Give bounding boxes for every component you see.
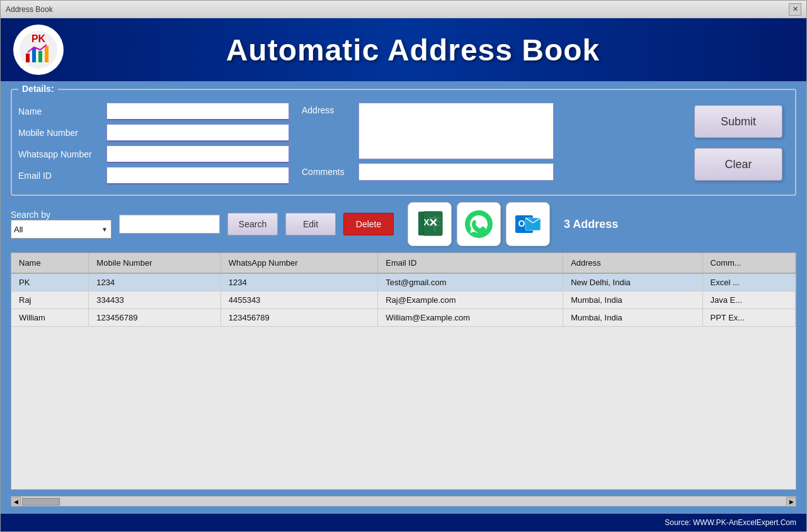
window-title: Address Book — [6, 5, 53, 14]
svg-text:PK: PK — [31, 33, 46, 44]
data-table-container[interactable]: Name Mobile Number WhatsApp Number Email… — [11, 252, 796, 490]
submit-button[interactable]: Submit — [694, 105, 782, 138]
app-title: Automatic Address Book — [83, 33, 743, 67]
comments-input[interactable] — [358, 163, 554, 181]
svg-rect-2 — [26, 54, 30, 62]
excel-button[interactable]: X ✕ — [408, 202, 452, 246]
details-panel: Details: Name Mobile Number Whatsapp Num… — [11, 89, 796, 196]
whatsapp-row: Whatsapp Number — [18, 145, 289, 163]
table-row[interactable]: PK12341234Test@gmail.comNew Delhi, India… — [11, 273, 796, 291]
footer-text: Source: WWW.PK-AnExcelExpert.Com — [665, 518, 796, 527]
table-header: Name Mobile Number WhatsApp Number Email… — [11, 253, 796, 273]
address-count: 3 Address — [564, 218, 618, 231]
table-cell: PPT Ex... — [702, 309, 795, 327]
table-cell: PK — [11, 273, 89, 291]
whatsapp-label: Whatsapp Number — [18, 149, 100, 159]
table-cell: 123456789 — [89, 309, 220, 327]
edit-button[interactable]: Edit — [285, 213, 336, 235]
action-buttons: Submit Clear — [694, 105, 782, 184]
data-table: Name Mobile Number WhatsApp Number Email… — [11, 253, 796, 327]
close-button[interactable]: ✕ — [789, 3, 801, 16]
address-label: Address — [302, 103, 352, 115]
outlook-icon: O — [513, 209, 543, 239]
delete-button[interactable]: Delete — [343, 213, 394, 235]
comments-label: Comments — [302, 167, 352, 177]
address-row: Address — [302, 103, 669, 159]
outlook-button[interactable]: O — [506, 202, 550, 246]
search-text-input[interactable] — [119, 215, 220, 234]
horizontal-scrollbar[interactable]: ◀ ▶ — [11, 496, 796, 506]
search-by-section: Search by All Name Mobile Number WhatsAp… — [11, 210, 112, 239]
clear-button[interactable]: Clear — [694, 148, 782, 181]
footer-bar: Source: WWW.PK-AnExcelExpert.Com — [1, 514, 806, 531]
table-row[interactable]: William123456789123456789William@Example… — [11, 309, 796, 327]
col-email: Email ID — [378, 253, 563, 273]
excel-icon: X ✕ — [415, 209, 445, 239]
col-comments: Comm... — [702, 253, 795, 273]
comments-row: Comments — [302, 163, 669, 181]
logo-svg: PK — [18, 30, 59, 70]
details-legend: Details: — [18, 84, 58, 94]
search-dropdown[interactable]: All Name Mobile Number WhatsApp Number E… — [11, 220, 112, 239]
col-whatsapp: WhatsApp Number — [220, 253, 377, 273]
right-fields: Address Comments — [302, 103, 669, 184]
svg-rect-5 — [45, 46, 49, 62]
table-cell: Excel ... — [702, 273, 795, 291]
email-row: Email ID — [18, 167, 289, 184]
col-name: Name — [11, 253, 89, 273]
svg-text:✕: ✕ — [428, 217, 438, 229]
search-select-wrapper: All Name Mobile Number WhatsApp Number E… — [11, 220, 112, 239]
mobile-label: Mobile Number — [18, 128, 100, 138]
table-row[interactable]: Raj3344334455343Raj@Example.comMumbai, I… — [11, 291, 796, 309]
scrollbar-thumb[interactable] — [22, 498, 60, 506]
table-cell: William — [11, 309, 89, 327]
table-cell: Mumbai, India — [563, 291, 702, 309]
name-input[interactable] — [106, 103, 289, 120]
col-address: Address — [563, 253, 702, 273]
mobile-input[interactable] — [106, 124, 289, 142]
table-cell: 4455343 — [220, 291, 377, 309]
svg-rect-3 — [32, 48, 36, 62]
title-bar: Address Book ✕ — [1, 1, 806, 18]
table-cell: New Delhi, India — [563, 273, 702, 291]
table-cell: 123456789 — [220, 309, 377, 327]
col-mobile: Mobile Number — [89, 253, 220, 273]
svg-text:O: O — [518, 218, 525, 229]
table-cell: Mumbai, India — [563, 309, 702, 327]
table-cell: 1234 — [220, 273, 377, 291]
table-body: PK12341234Test@gmail.comNew Delhi, India… — [11, 273, 796, 327]
table-cell: 1234 — [89, 273, 220, 291]
table-cell: William@Example.com — [378, 309, 563, 327]
main-window: Address Book ✕ PK Automatic Address Book… — [0, 0, 807, 532]
whatsapp-icon — [464, 209, 494, 239]
search-by-label: Search by — [11, 210, 50, 220]
details-body: Name Mobile Number Whatsapp Number Email… — [18, 103, 782, 184]
left-fields: Name Mobile Number Whatsapp Number Email… — [18, 103, 289, 184]
address-input[interactable] — [358, 103, 554, 159]
icon-buttons: X ✕ — [408, 202, 550, 246]
search-section: Search by All Name Mobile Number WhatsAp… — [11, 202, 796, 246]
email-label: Email ID — [18, 171, 100, 181]
table-cell: Test@gmail.com — [378, 273, 563, 291]
scroll-left-arrow[interactable]: ◀ — [11, 497, 21, 507]
svg-rect-4 — [38, 51, 42, 62]
whatsapp-input[interactable] — [106, 145, 289, 163]
table-cell: Java E... — [702, 291, 795, 309]
table-cell: 334433 — [89, 291, 220, 309]
header-banner: PK Automatic Address Book — [1, 18, 806, 81]
scroll-right-arrow[interactable]: ▶ — [786, 497, 796, 507]
main-content: Details: Name Mobile Number Whatsapp Num… — [1, 81, 806, 514]
table-cell: Raj@Example.com — [378, 291, 563, 309]
search-button[interactable]: Search — [227, 213, 278, 235]
table-cell: Raj — [11, 291, 89, 309]
name-label: Name — [18, 106, 100, 116]
whatsapp-button[interactable] — [457, 202, 501, 246]
name-row: Name — [18, 103, 289, 120]
logo: PK — [13, 25, 64, 75]
email-input[interactable] — [106, 167, 289, 184]
mobile-row: Mobile Number — [18, 124, 289, 142]
